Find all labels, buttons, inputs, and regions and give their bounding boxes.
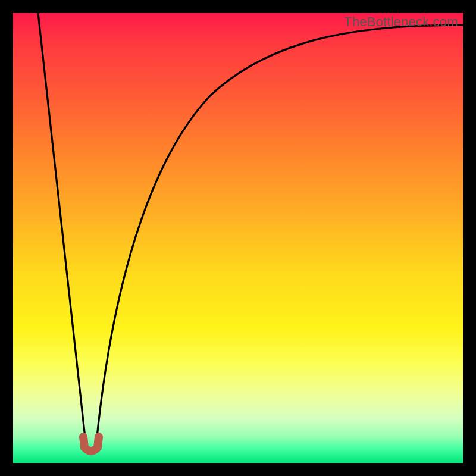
- optimal-marker-icon: [13, 13, 463, 463]
- watermark-text: TheBottleneck.com: [344, 14, 458, 30]
- chart-plot-area: TheBottleneck.com: [13, 13, 463, 463]
